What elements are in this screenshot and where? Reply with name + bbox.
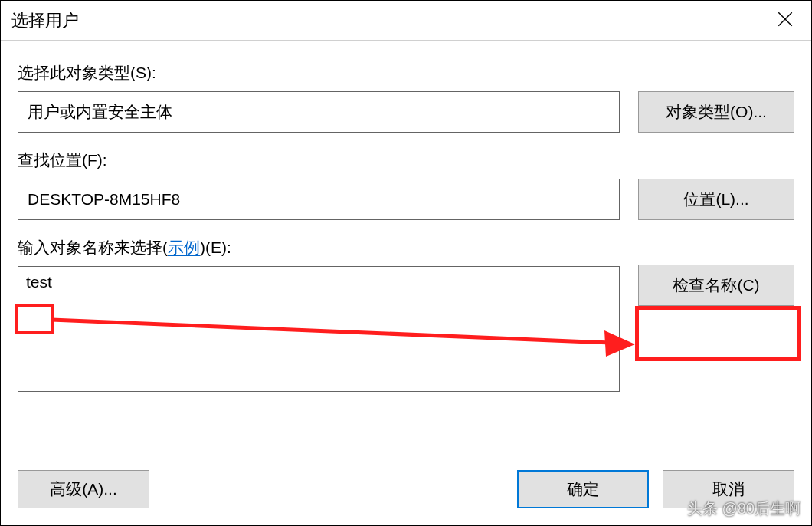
examples-link[interactable]: 示例 <box>168 238 200 256</box>
location-field: DESKTOP-8M15HF8 <box>18 179 620 220</box>
location-row: 查找位置(F): DESKTOP-8M15HF8 位置(L)... <box>18 150 794 220</box>
check-names-button[interactable]: 检查名称(C) <box>638 265 794 306</box>
object-name-row: 输入对象名称来选择(示例)(E): 检查名称(C) <box>18 237 794 395</box>
object-name-label: 输入对象名称来选择(示例)(E): <box>18 237 620 258</box>
location-label: 查找位置(F): <box>18 150 620 171</box>
object-type-row: 选择此对象类型(S): 用户或内置安全主体 对象类型(O)... <box>18 62 794 133</box>
object-name-label-post: )(E): <box>200 238 231 256</box>
location-value: DESKTOP-8M15HF8 <box>28 190 180 209</box>
dialog-footer: 高级(A)... 确定 取消 <box>1 461 811 525</box>
cancel-button[interactable]: 取消 <box>663 470 794 508</box>
object-type-label: 选择此对象类型(S): <box>18 62 620 84</box>
titlebar: 选择用户 <box>1 1 811 41</box>
dialog-content: 选择此对象类型(S): 用户或内置安全主体 对象类型(O)... 查找位置(F)… <box>1 41 811 407</box>
window-title: 选择用户 <box>11 9 79 32</box>
object-name-label-pre: 输入对象名称来选择( <box>18 238 168 256</box>
object-type-field: 用户或内置安全主体 <box>18 91 620 133</box>
advanced-button[interactable]: 高级(A)... <box>18 470 149 508</box>
locations-button[interactable]: 位置(L)... <box>638 179 794 220</box>
object-name-input[interactable] <box>18 266 620 392</box>
ok-button[interactable]: 确定 <box>517 470 649 508</box>
close-button[interactable] <box>762 1 808 38</box>
object-type-value: 用户或内置安全主体 <box>28 101 172 123</box>
close-icon <box>778 12 793 27</box>
object-types-button[interactable]: 对象类型(O)... <box>638 91 794 133</box>
